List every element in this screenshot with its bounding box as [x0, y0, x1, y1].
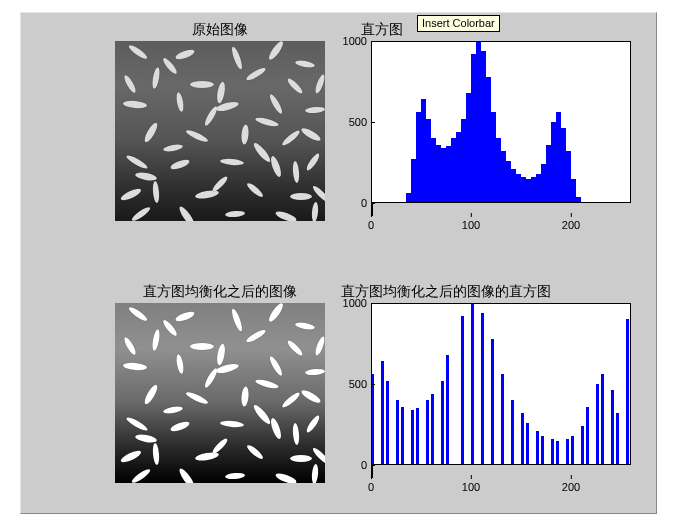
ytick-label: 500	[349, 378, 371, 390]
xtick-label: 200	[562, 217, 580, 231]
rice-grain	[120, 187, 143, 203]
hist-bar	[551, 439, 554, 465]
rice-grain	[216, 81, 227, 104]
hist-bar	[596, 384, 599, 465]
image-grains	[115, 303, 325, 483]
rice-grain	[211, 437, 229, 455]
rice-grain	[152, 443, 160, 465]
rice-grain	[177, 467, 196, 483]
hist-bar	[491, 339, 494, 465]
ytick-label: 0	[361, 459, 371, 471]
rice-grain	[267, 41, 285, 62]
rice-grain	[245, 328, 267, 344]
rice-grain	[245, 66, 267, 82]
hist-bar	[481, 313, 484, 465]
hist-bar	[446, 355, 449, 465]
rice-grain	[268, 93, 284, 115]
rice-grain	[300, 126, 323, 143]
image-equalized	[115, 303, 325, 483]
rice-grain	[281, 129, 302, 148]
rice-grain	[125, 153, 149, 170]
rice-grain	[123, 362, 148, 371]
rice-grain	[305, 368, 325, 376]
rice-grain	[122, 336, 137, 356]
hist-bar	[626, 319, 629, 465]
rice-grain	[311, 202, 319, 221]
rice-grain	[123, 100, 148, 109]
rice-grain	[245, 443, 264, 460]
hist-bar	[566, 439, 569, 465]
hist-bar	[556, 441, 559, 465]
hist-bars	[371, 303, 631, 465]
hist-bar	[586, 407, 589, 465]
ytick-label: 0	[361, 197, 371, 209]
rice-grain	[127, 305, 148, 323]
rice-grain	[305, 152, 321, 172]
rice-grain	[130, 467, 151, 483]
rice-grain	[127, 43, 148, 61]
rice-grain	[203, 367, 219, 389]
ytick-label: 500	[349, 116, 371, 128]
hist-bar	[536, 431, 539, 465]
rice-grain	[252, 141, 273, 164]
rice-grain	[245, 181, 264, 198]
hist-bar	[611, 390, 614, 465]
rice-grain	[174, 310, 195, 323]
rice-grain	[135, 171, 158, 182]
rice-grain	[311, 464, 319, 483]
xtick-label: 100	[462, 217, 480, 231]
rice-grain	[225, 210, 245, 218]
rice-grain	[185, 390, 209, 406]
rice-grain	[151, 329, 161, 352]
hist-bar	[571, 436, 574, 465]
hist-bar	[386, 381, 389, 465]
hist-bar	[581, 426, 584, 465]
rice-grain	[122, 74, 137, 94]
rice-grain	[292, 161, 300, 183]
rice-grain	[185, 128, 209, 144]
hist-bar	[521, 413, 524, 465]
hist-bar	[416, 408, 419, 465]
hist-bar	[471, 303, 474, 465]
hist-bar	[601, 374, 604, 465]
hist-bar	[526, 423, 529, 465]
hist-bar	[576, 197, 581, 203]
rice-grain	[211, 175, 229, 193]
xtick-label: 200	[562, 479, 580, 493]
hist-bar	[426, 400, 429, 465]
rice-grain	[142, 383, 159, 406]
rice-grain	[225, 472, 245, 480]
rice-grain	[305, 414, 321, 434]
rice-grain	[241, 124, 250, 145]
rice-grain	[281, 391, 302, 410]
rice-grain	[311, 446, 325, 466]
rice-grain	[295, 321, 316, 330]
title-original-image: 原始图像	[115, 21, 325, 39]
xtick-label: 0	[368, 217, 374, 231]
rice-grain	[190, 81, 214, 88]
rice-grain	[311, 184, 325, 204]
rice-grain	[152, 181, 160, 203]
rice-grain	[175, 92, 184, 113]
rice-grain	[300, 388, 323, 405]
rice-grain	[151, 67, 161, 90]
rice-grain	[314, 336, 325, 357]
rice-grain	[286, 77, 304, 95]
rice-grain	[142, 121, 159, 144]
rice-grain	[220, 420, 244, 428]
subplot-original-image: 原始图像	[115, 41, 325, 221]
hist-bar	[371, 374, 374, 465]
rice-grain	[130, 205, 151, 221]
rice-grain	[163, 143, 184, 152]
ytick-label: 1000	[343, 35, 371, 47]
rice-grain	[190, 343, 214, 350]
colorbar	[371, 466, 373, 478]
rice-grain	[175, 354, 184, 375]
rice-grain	[305, 106, 325, 114]
rice-grain	[203, 105, 219, 127]
hist-bar	[616, 413, 619, 465]
title-equalized-image: 直方图均衡化之后的图像	[75, 283, 365, 301]
rice-grain	[269, 417, 283, 440]
rice-grain	[268, 355, 284, 377]
rice-grain	[314, 74, 325, 95]
